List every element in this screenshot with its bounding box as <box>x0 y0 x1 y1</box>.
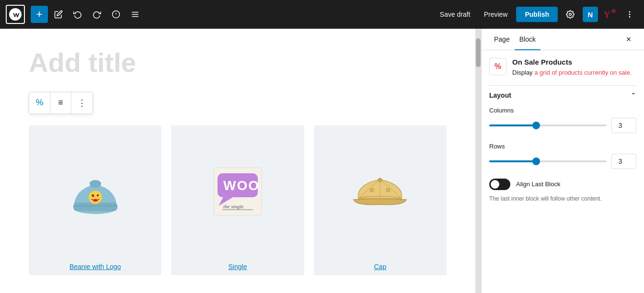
product-card-beanie[interactable]: Beanie with Logo <box>29 125 161 275</box>
main-area: Add title % ≡ ⋮ <box>0 29 644 293</box>
svg-point-10 <box>629 14 630 15</box>
product-card-single[interactable]: WOO the single Single <box>171 125 304 275</box>
more-vertical-icon <box>625 10 634 19</box>
more-block-btn[interactable]: ⋮ <box>71 92 92 113</box>
yoast-logo-icon: Y <box>603 8 616 21</box>
rows-slider-thumb[interactable] <box>532 158 540 165</box>
svg-point-9 <box>629 11 630 12</box>
redo-button[interactable] <box>88 6 105 23</box>
product-name-cap[interactable]: Cap <box>314 258 447 275</box>
edit-icon-button[interactable] <box>50 6 67 23</box>
list-icon <box>131 10 139 19</box>
rows-input[interactable] <box>611 154 636 169</box>
info-button[interactable] <box>107 6 125 23</box>
align-last-block-row: Align Last Block <box>489 179 636 190</box>
columns-input[interactable] <box>611 118 636 133</box>
svg-point-18 <box>97 194 99 196</box>
layout-toggle-button[interactable]: ⌃ <box>631 91 636 99</box>
ninja-forms-icon: N <box>583 7 598 22</box>
divider-1 <box>489 85 636 86</box>
sidebar-content: % On Sale Products Display a grid of pro… <box>482 50 644 293</box>
product-card-cap[interactable]: Cap <box>314 125 447 275</box>
columns-control <box>489 118 636 133</box>
product-img-single: WOO the single <box>171 125 304 258</box>
product-name-single[interactable]: Single <box>171 258 304 275</box>
columns-slider-track[interactable] <box>489 124 607 126</box>
svg-point-8 <box>611 9 616 13</box>
gear-icon <box>566 10 575 19</box>
rows-slider-fill <box>489 160 536 162</box>
block-desc-part1: Display <box>512 69 534 76</box>
editor-scrollbar[interactable] <box>475 29 481 293</box>
add-block-button[interactable]: + <box>31 6 48 23</box>
columns-slider-row: Columns <box>489 107 636 133</box>
tab-page[interactable]: Page <box>489 29 515 50</box>
block-desc-part2: a grid of products currently on sale. <box>534 69 632 76</box>
list-view-button[interactable] <box>126 6 144 23</box>
editor-content: Add title % ≡ ⋮ <box>0 29 475 293</box>
product-img-beanie <box>29 125 161 258</box>
align-last-block-description: The last inner block will follow other c… <box>489 195 636 203</box>
woo-image: WOO the single <box>209 163 266 220</box>
layout-section-header: Layout ⌃ <box>489 91 636 99</box>
undo-button[interactable] <box>69 6 86 23</box>
product-name-beanie[interactable]: Beanie with Logo <box>29 258 161 275</box>
block-toolbar: % ≡ ⋮ <box>29 92 93 114</box>
align-last-block-toggle[interactable] <box>489 179 510 190</box>
product-grid: Beanie with Logo WOO <box>29 125 447 275</box>
svg-text:the  single: the single <box>223 203 244 209</box>
block-info-header: % On Sale Products Display a grid of pro… <box>489 58 636 78</box>
editor-area: Add title % ≡ ⋮ <box>0 29 481 293</box>
wp-logo-icon <box>9 8 22 21</box>
align-last-block-label: Align Last Block <box>516 180 561 188</box>
svg-text:Y: Y <box>604 10 610 20</box>
svg-point-26 <box>378 178 382 182</box>
rows-control <box>489 154 636 169</box>
columns-slider-thumb[interactable] <box>532 122 540 129</box>
beanie-image <box>67 163 124 220</box>
settings-button[interactable] <box>562 6 579 23</box>
percent-block-btn[interactable]: % <box>29 92 50 113</box>
sidebar-close-button[interactable]: × <box>621 32 636 47</box>
block-icon: % <box>489 58 506 75</box>
redo-icon <box>92 10 101 19</box>
svg-point-16 <box>89 191 102 204</box>
svg-point-6 <box>569 13 572 16</box>
columns-label: Columns <box>489 107 636 114</box>
wp-logo[interactable] <box>6 5 25 24</box>
align-block-btn[interactable]: ≡ <box>50 92 71 113</box>
sidebar-tabs: Page Block × <box>482 29 644 50</box>
preview-button[interactable]: Preview <box>479 8 513 21</box>
save-draft-button[interactable]: Save draft <box>435 8 475 21</box>
undo-icon <box>73 10 82 19</box>
add-title-placeholder[interactable]: Add title <box>29 48 447 78</box>
more-options-button[interactable] <box>621 6 638 23</box>
product-img-cap <box>314 125 447 258</box>
svg-point-11 <box>629 17 630 18</box>
layout-section-title: Layout <box>489 91 511 99</box>
columns-slider-fill <box>489 124 536 126</box>
svg-point-15 <box>90 180 101 188</box>
block-title: On Sale Products <box>512 58 632 66</box>
svg-rect-19 <box>93 199 97 202</box>
block-info-text: On Sale Products Display a grid of produ… <box>512 58 632 78</box>
rows-slider-row: Rows <box>489 143 636 169</box>
svg-text:WOO: WOO <box>223 178 260 193</box>
main-toolbar: + Save draft Pr <box>0 0 644 29</box>
yoast-icon: Y <box>602 7 617 22</box>
sidebar: Page Block × % On Sale Products Display … <box>481 29 644 293</box>
block-description: Display a grid of products currently on … <box>512 68 632 78</box>
publish-button[interactable]: Publish <box>516 7 558 22</box>
rows-slider-track[interactable] <box>489 160 607 162</box>
rows-label: Rows <box>489 143 636 150</box>
scrollbar-thumb[interactable] <box>476 38 481 67</box>
percent-icon: % <box>494 62 501 71</box>
info-icon <box>112 10 120 19</box>
tab-block[interactable]: Block <box>515 29 540 50</box>
edit-icon <box>54 10 63 19</box>
cap-image <box>349 165 411 218</box>
